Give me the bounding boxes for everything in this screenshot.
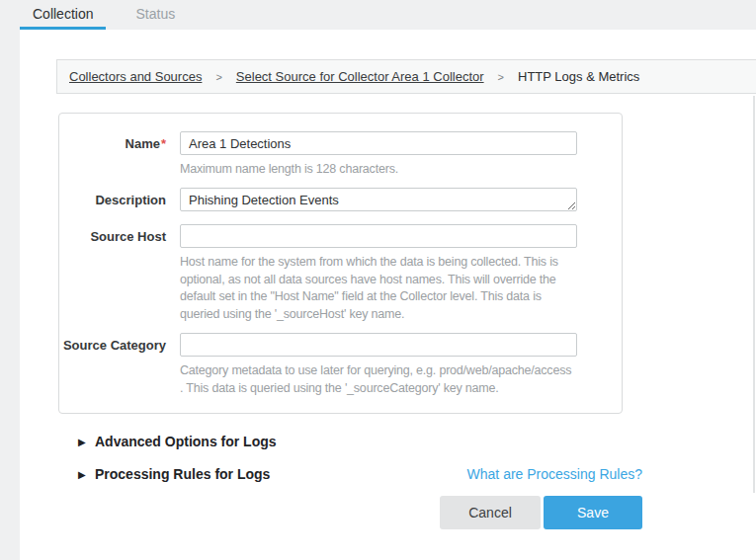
tab-bar: Collection Status bbox=[0, 0, 756, 30]
description-textarea[interactable]: Phishing Detection Events bbox=[180, 188, 577, 211]
required-asterisk: * bbox=[161, 136, 166, 151]
tab-status-label: Status bbox=[135, 6, 175, 22]
breadcrumb-separator-icon: > bbox=[498, 71, 504, 83]
section-processing-rules-for-logs[interactable]: ▶ Processing Rules for Logs bbox=[78, 466, 270, 482]
source-category-help-text: Category metadata to use later for query… bbox=[180, 362, 577, 398]
name-field-row: Name* Maximum name length is 128 charact… bbox=[59, 131, 622, 179]
name-label-text: Name bbox=[126, 136, 160, 151]
processing-rules-label: Processing Rules for Logs bbox=[95, 466, 270, 482]
name-label: Name* bbox=[59, 131, 180, 179]
expand-triangle-icon: ▶ bbox=[78, 437, 95, 447]
source-host-help-text: Host name for the system from which the … bbox=[180, 254, 577, 324]
name-input[interactable] bbox=[180, 131, 577, 155]
scrollbar[interactable] bbox=[753, 96, 755, 493]
source-category-field-row: Source Category Category metadata to use… bbox=[59, 333, 622, 398]
breadcrumb: Collectors and Sources > Select Source f… bbox=[56, 59, 756, 94]
tab-collection-label: Collection bbox=[33, 6, 93, 22]
section-advanced-options-for-logs[interactable]: ▶ Advanced Options for Logs bbox=[78, 434, 642, 449]
source-category-label: Source Category bbox=[59, 333, 180, 398]
name-help-text: Maximum name length is 128 characters. bbox=[180, 161, 577, 179]
breadcrumb-separator-icon: > bbox=[215, 71, 221, 83]
description-field-row: Description Phishing Detection Events bbox=[59, 188, 622, 215]
form-actions: Cancel Save bbox=[78, 496, 642, 529]
save-button[interactable]: Save bbox=[544, 496, 642, 529]
tab-collection[interactable]: Collection bbox=[20, 0, 106, 30]
tab-status[interactable]: Status bbox=[123, 0, 188, 30]
source-config-card: Name* Maximum name length is 128 charact… bbox=[58, 113, 623, 414]
source-host-label: Source Host bbox=[59, 224, 180, 324]
expand-triangle-icon: ▶ bbox=[78, 469, 95, 480]
description-label: Description bbox=[59, 188, 180, 215]
breadcrumb-link-collectors-and-sources[interactable]: Collectors and Sources bbox=[69, 69, 202, 84]
source-category-input[interactable] bbox=[180, 333, 577, 357]
source-host-input[interactable] bbox=[180, 224, 577, 248]
advanced-options-label: Advanced Options for Logs bbox=[95, 434, 277, 449]
breadcrumb-current-page: HTTP Logs & Metrics bbox=[518, 69, 639, 84]
cancel-button[interactable]: Cancel bbox=[440, 496, 541, 529]
breadcrumb-link-select-source[interactable]: Select Source for Collector Area 1 Colle… bbox=[236, 69, 484, 84]
what-are-processing-rules-link[interactable]: What are Processing Rules? bbox=[467, 466, 642, 482]
content-panel: Collectors and Sources > Select Source f… bbox=[20, 30, 756, 560]
source-host-field-row: Source Host Host name for the system fro… bbox=[59, 224, 622, 324]
